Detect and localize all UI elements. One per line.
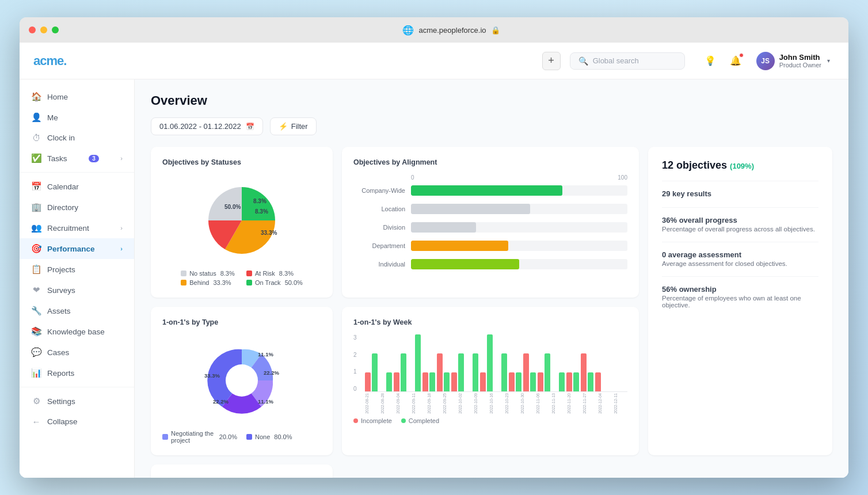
header-icons: 💡 🔔 JS John Smith Product Owner ▾	[701, 50, 835, 73]
calendar-icon-filter: 📅	[246, 123, 254, 131]
minimize-dot[interactable]	[40, 26, 47, 33]
legend-label-incomplete: Incomplete	[361, 417, 392, 424]
main-content: Overview 01.06.2022 - 01.12.2022 📅 ⚡ Fil…	[135, 79, 848, 478]
svg-text:8.3%: 8.3%	[253, 198, 267, 204]
collapse-icon: ←	[31, 417, 41, 427]
oneonone-count: 9 1-on-1s	[165, 477, 210, 478]
bar-fill-company	[411, 185, 562, 196]
stat-main-objectives: 12 objectives (109%)	[662, 159, 818, 172]
sidebar-item-reports[interactable]: 📊 Reports	[20, 363, 134, 383]
bar-track-department	[411, 241, 627, 251]
bar-track-individual	[411, 259, 627, 269]
sidebar-label-home: Home	[47, 93, 68, 101]
user-name: John Smith	[779, 53, 821, 62]
sidebar-label-assets: Assets	[47, 307, 71, 315]
close-dot[interactable]	[29, 26, 36, 33]
recruitment-icon: 👥	[31, 223, 41, 233]
overall-progress-label: 36% overall progress	[662, 216, 818, 224]
add-button[interactable]: +	[542, 52, 561, 70]
filter-button[interactable]: ⚡ Filter	[270, 117, 317, 135]
avatar: JS	[756, 52, 775, 70]
key-results-label: 29 key results	[662, 189, 818, 198]
bar-fill-division	[411, 222, 476, 233]
sidebar-item-calendar[interactable]: 📅 Calendar	[20, 176, 134, 197]
tasks-icon: ✅	[31, 153, 41, 163]
bar-chart-alignment: Company-Wide Location	[353, 183, 627, 280]
cases-icon: 💬	[31, 347, 41, 357]
bar-label-department: Department	[353, 242, 405, 249]
sidebar-item-directory[interactable]: 🏢 Directory	[20, 197, 134, 218]
legend-dot-incomplete	[353, 418, 358, 423]
sidebar-item-collapse[interactable]: ← Collapse	[20, 412, 134, 432]
legend-val-negotiating: 20.0%	[219, 433, 237, 440]
bar-row-location: Location	[353, 204, 627, 214]
sidebar-item-recruitment[interactable]: 👥 Recruitment ›	[20, 218, 134, 238]
dashboard-grid: Objectives by Statuses	[151, 147, 832, 478]
sidebar-item-knowledge[interactable]: 📚 Knowledge base	[20, 321, 134, 342]
sidebar-item-surveys[interactable]: ❤ Surveys	[20, 280, 134, 300]
performance-icon: 🎯	[31, 243, 41, 254]
bar-row-company: Company-Wide	[353, 185, 627, 196]
home-icon: 🏠	[31, 92, 41, 102]
sidebar-item-settings[interactable]: ⚙ Settings	[20, 391, 134, 412]
legend-dot-atrisk	[246, 271, 252, 276]
bar-label-company: Company-Wide	[353, 187, 405, 194]
tasks-badge: 3	[89, 155, 99, 162]
sidebar-label-me: Me	[47, 113, 58, 122]
sidebar-item-projects[interactable]: 📋 Projects	[20, 259, 134, 280]
legend-dot-completed	[401, 418, 406, 423]
svg-text:11.1%: 11.1%	[258, 351, 273, 357]
legend-label-negotiating: Negotiating the project	[171, 430, 215, 444]
sidebar-label-projects: Projects	[47, 265, 75, 274]
sidebar-item-performance[interactable]: 🎯 Performance ›	[20, 238, 134, 259]
sidebar-label-settings: Settings	[47, 397, 75, 406]
legend-val-ontrack: 50.0%	[285, 279, 303, 286]
sidebar-label-recruitment: Recruitment	[47, 224, 89, 233]
card-title-obj-status: Objectives by Statuses	[162, 158, 321, 166]
sidebar-item-cases[interactable]: 💬 Cases	[20, 342, 134, 363]
sidebar: 🏠 Home 👤 Me ⏱ Clock in ✅ Tasks 3 ›	[20, 79, 135, 478]
stats-card-objectives: 12 objectives (109%) 29 key results 36% …	[648, 147, 832, 455]
svg-text:33.3%: 33.3%	[261, 230, 277, 236]
sidebar-label-surveys: Surveys	[47, 286, 75, 295]
sidebar-item-home[interactable]: 🏠 Home	[20, 86, 134, 107]
alerts-button[interactable]: 🔔	[726, 52, 745, 70]
sidebar-label-clockin: Clock in	[47, 134, 75, 142]
date-filter[interactable]: 01.06.2022 - 01.12.2022 📅	[151, 117, 263, 135]
maximize-dot[interactable]	[52, 26, 59, 33]
sidebar-item-clockin[interactable]: ⏱ Clock in	[20, 128, 134, 148]
bar-row-individual: Individual	[353, 259, 627, 269]
sidebar-item-tasks[interactable]: ✅ Tasks 3 ›	[20, 148, 134, 169]
bar-label-individual: Individual	[353, 261, 405, 268]
card-oneonone-week: 1-on-1's by Week 3 2 1 0	[342, 307, 639, 455]
bar-axis-alignment: 0 100	[411, 174, 627, 181]
legend-dot-nostatus	[181, 271, 186, 276]
user-profile[interactable]: JS John Smith Product Owner ▾	[752, 50, 835, 73]
objectives-count: 12 objectives	[662, 159, 727, 171]
date-range: 01.06.2022 - 01.12.2022	[159, 122, 241, 131]
sidebar-label-collapse: Collapse	[47, 417, 78, 426]
card-objectives-alignment: Objectives by Alignment 0 100 Company-Wi…	[342, 147, 639, 298]
me-icon: 👤	[31, 112, 41, 123]
bar-track-company	[411, 185, 627, 196]
sidebar-label-tasks: Tasks	[47, 154, 67, 163]
overall-progress-desc: Percentage of overall progress across al…	[662, 226, 818, 233]
svg-text:11.1%: 11.1%	[258, 398, 273, 405]
legend-label-atrisk: At Risk	[255, 270, 275, 277]
notifications-button[interactable]: 💡	[701, 52, 719, 70]
bar-fill-location	[411, 204, 530, 214]
browser-window: 🌐 acme.peopleforce.io 🔒 acme. + 🔍 Global…	[20, 17, 848, 478]
sidebar-item-assets[interactable]: 🔧 Assets	[20, 300, 134, 321]
stat-row-overall-progress: 36% overall progress Percentage of overa…	[662, 216, 818, 233]
global-search[interactable]: 🔍 Global search	[570, 52, 685, 70]
pie-oneonone-type: 11.1% 22.2% 11.1% 22.2% 33.3% Negotiatin…	[162, 334, 321, 444]
bar-track-location	[411, 204, 627, 214]
pie-chart-type: 11.1% 22.2% 11.1% 22.2% 33.3%	[196, 340, 288, 421]
stat-main-oneonone: 9 1-on-1s (+25%)	[165, 477, 319, 478]
sidebar-item-me[interactable]: 👤 Me	[20, 107, 134, 128]
filters-row: 01.06.2022 - 01.12.2022 📅 ⚡ Filter	[151, 117, 832, 135]
browser-titlebar: 🌐 acme.peopleforce.io 🔒	[20, 17, 848, 43]
sidebar-label-cases: Cases	[47, 348, 69, 357]
legend-label-ontrack: On Track	[255, 279, 281, 286]
x-axis-labels: 2022-08-21 2022-08-28 2022-09-04 2022-09…	[365, 393, 627, 414]
